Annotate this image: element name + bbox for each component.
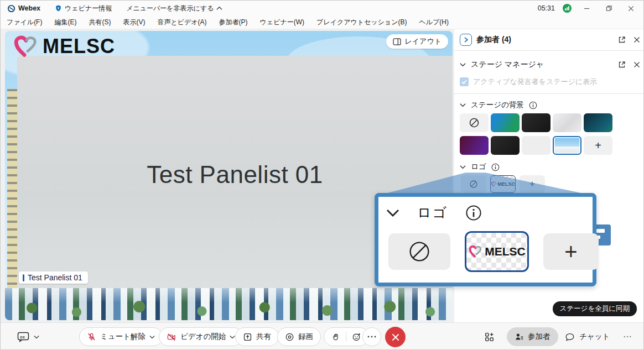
- panelist-name-tag: Test Panelist 01: [19, 271, 88, 284]
- share-screen-icon: [243, 332, 252, 342]
- stage-background-title: ステージの背景: [471, 100, 524, 110]
- melsc-heart-icon: [468, 245, 482, 258]
- webinar-info-button[interactable]: ウェビナー情報: [55, 4, 112, 13]
- menu-webinar[interactable]: ウェビナー(W): [254, 18, 310, 27]
- bg-thumbnail-ocean[interactable]: [491, 113, 520, 132]
- city-building-decoration: [7, 89, 17, 320]
- participants-panel-title: 参加者 (4): [476, 35, 511, 45]
- chevron-down-icon: [386, 208, 399, 217]
- menu-audio-video[interactable]: 音声とビデオ(A): [151, 18, 212, 27]
- menu-edit[interactable]: 編集(E): [48, 18, 82, 27]
- active-speaker-row: アクティブな発言者をステージに表示: [460, 77, 640, 87]
- apps-button[interactable]: [484, 327, 495, 346]
- callout-tiles: MELSC +: [388, 231, 599, 272]
- menu-share[interactable]: 共有(S): [82, 18, 117, 27]
- callout-logo-title: ロゴ: [417, 203, 448, 222]
- unmute-label: ミュート解除: [100, 332, 146, 342]
- bg-thumbnail-teal[interactable]: [584, 113, 612, 132]
- bg-thumbnail-none[interactable]: [460, 113, 489, 132]
- chevron-up-icon: [216, 6, 222, 11]
- record-icon: [285, 332, 294, 342]
- bg-thumbnail-city-selected[interactable]: [553, 136, 581, 155]
- popout-icon[interactable]: [618, 36, 626, 44]
- main-region: Test Panelist 01 MELSC レイアウト Test Paneli…: [1, 29, 644, 322]
- bg-thumbnail-light[interactable]: [522, 136, 550, 155]
- melsc-heart-icon: [13, 34, 38, 59]
- participants-icon: [515, 332, 524, 342]
- restore-button[interactable]: [601, 3, 616, 13]
- popout-icon[interactable]: [618, 61, 626, 69]
- sync-stage-button[interactable]: ステージを全員に同期: [553, 301, 637, 316]
- webex-logo-icon: [7, 4, 15, 13]
- reactions-smiley-icon[interactable]: [352, 332, 361, 342]
- menu-participants[interactable]: 参加者(P): [213, 18, 254, 27]
- apps-grid-icon: [484, 332, 495, 342]
- leave-meeting-button[interactable]: [385, 327, 406, 347]
- ellipsis-icon: [367, 336, 376, 338]
- city-skyline-decoration: [5, 288, 453, 320]
- audio-indicator-icon: [23, 274, 24, 281]
- bg-thumbnail-plum[interactable]: [460, 136, 489, 155]
- callout-melsc-logo-tile-selected[interactable]: MELSC: [465, 231, 529, 272]
- menu-breakout[interactable]: ブレイクアウトセッション(B): [310, 18, 413, 27]
- raise-hand-icon[interactable]: [331, 332, 340, 342]
- stage-brand-text: MELSC: [43, 35, 115, 58]
- chevron-down-icon[interactable]: [460, 165, 466, 169]
- captions-button[interactable]: cc: [17, 327, 39, 346]
- info-icon[interactable]: [529, 101, 537, 109]
- participants-toggle-button[interactable]: 参加者: [507, 327, 558, 346]
- active-speaker-checkbox[interactable]: [460, 77, 469, 86]
- stage-brand-logo: MELSC: [13, 34, 115, 59]
- background-thumbnails-row1: [460, 113, 612, 132]
- minimize-button[interactable]: [579, 3, 594, 13]
- stage-manager-title: ステージ マネージャ: [471, 60, 544, 70]
- bg-add-button[interactable]: +: [584, 136, 612, 155]
- share-button[interactable]: 共有: [235, 327, 279, 346]
- closed-captions-icon: cc: [17, 332, 29, 342]
- callout-header: ロゴ: [386, 203, 482, 222]
- collapse-panel-button[interactable]: [460, 34, 472, 46]
- webinar-info-label: ウェビナー情報: [65, 4, 112, 13]
- close-panel-icon[interactable]: [633, 36, 640, 43]
- share-label: 共有: [256, 332, 271, 342]
- ellipsis-icon: [624, 336, 631, 338]
- no-background-icon: [469, 117, 480, 128]
- callout-brand-text: MELSC: [485, 245, 526, 258]
- stage-background-header: ステージの背景: [460, 99, 640, 111]
- bg-thumbnail-black[interactable]: [522, 113, 550, 132]
- participants-header: 参加者 (4): [460, 33, 640, 47]
- active-speaker-label: アクティブな発言者をステージに表示: [473, 77, 597, 87]
- layout-button-label: レイアウト: [404, 36, 442, 46]
- menu-view[interactable]: 表示(V): [117, 18, 151, 27]
- hide-menubar-button[interactable]: メニューバーを非表示にする: [126, 4, 222, 13]
- bg-thumbnail-silver[interactable]: [553, 113, 581, 132]
- chevron-down-icon[interactable]: [460, 103, 466, 107]
- callout-add-logo-tile[interactable]: +: [543, 233, 599, 270]
- callout-no-logo-tile[interactable]: [388, 233, 450, 270]
- bg-thumbnail-dark[interactable]: [491, 136, 520, 155]
- chat-button[interactable]: チャット: [565, 327, 610, 346]
- title-bar: Webex ウェビナー情報 メニューバーを非表示にする 05:31: [1, 1, 643, 16]
- control-bar: cc ミュート解除 ビデオの開始 共有 録画: [1, 322, 643, 350]
- info-icon[interactable]: [491, 163, 500, 171]
- mic-muted-icon: [87, 332, 96, 342]
- hide-menubar-label: メニューバーを非表示にする: [126, 4, 214, 13]
- close-panel-icon[interactable]: [633, 61, 640, 68]
- chevron-down-icon[interactable]: [460, 62, 466, 67]
- panel-more-button[interactable]: [624, 327, 631, 346]
- logo-section-header: ロゴ: [460, 161, 640, 173]
- connection-quality-icon[interactable]: [563, 4, 572, 13]
- start-video-button[interactable]: ビデオの開始: [159, 327, 243, 346]
- close-window-button[interactable]: [624, 3, 638, 13]
- record-label: 録画: [298, 332, 313, 342]
- unmute-button[interactable]: ミュート解除: [79, 327, 163, 346]
- layout-button[interactable]: レイアウト: [386, 34, 448, 49]
- menu-help[interactable]: ヘルプ(H): [413, 18, 455, 27]
- menu-file[interactable]: ファイル(F): [1, 18, 48, 27]
- chevron-down-icon: [34, 335, 39, 339]
- more-options-button[interactable]: [362, 327, 381, 346]
- close-x-icon: [392, 333, 399, 341]
- record-button[interactable]: 録画: [277, 327, 321, 346]
- camera-off-icon: [167, 332, 176, 342]
- app-title: Webex: [18, 4, 40, 12]
